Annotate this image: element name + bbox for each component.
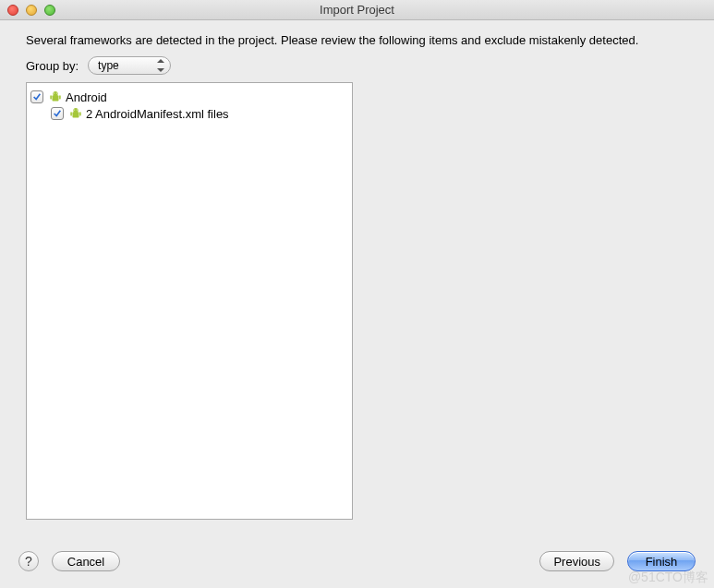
framework-tree[interactable]: Android 2 AndroidManifest.xml files — [26, 82, 353, 520]
group-by-select-wrap: type — [88, 56, 171, 75]
svg-rect-9 — [79, 112, 81, 115]
tree-item-manifest[interactable]: 2 AndroidManifest.xml files — [30, 105, 348, 122]
svg-point-10 — [74, 110, 75, 111]
traffic-lights — [0, 5, 55, 16]
tree-item-label: Android — [66, 90, 107, 104]
svg-rect-0 — [53, 95, 59, 101]
tree-item-android[interactable]: Android — [30, 89, 348, 105]
window-title: Import Project — [0, 3, 714, 17]
svg-rect-6 — [73, 112, 79, 117]
tree-item-label: 2 AndroidManifest.xml files — [86, 107, 229, 121]
group-by-select[interactable]: type — [88, 56, 171, 75]
finish-button[interactable]: Finish — [627, 551, 696, 571]
check-icon — [32, 92, 42, 102]
checkbox[interactable] — [30, 90, 43, 103]
group-by-label: Group by: — [26, 59, 79, 73]
instruction-text: Several frameworks are detected in the p… — [26, 33, 688, 47]
group-by-row: Group by: type — [26, 56, 688, 75]
svg-point-5 — [56, 93, 57, 94]
checkbox[interactable] — [51, 107, 64, 120]
minimize-window-icon[interactable] — [26, 5, 37, 16]
android-icon — [69, 107, 82, 120]
dialog-content: Several frameworks are detected in the p… — [0, 20, 714, 520]
svg-rect-8 — [70, 112, 72, 115]
android-icon — [49, 90, 62, 103]
previous-button[interactable]: Previous — [539, 551, 614, 571]
zoom-window-icon[interactable] — [44, 5, 55, 16]
svg-point-7 — [73, 108, 78, 113]
svg-rect-2 — [50, 95, 52, 99]
cancel-button[interactable]: Cancel — [52, 551, 120, 571]
svg-point-11 — [77, 110, 78, 111]
button-bar: ? Cancel Previous Finish — [18, 551, 696, 571]
watermark: @51CTO博客 — [628, 570, 708, 586]
check-icon — [53, 109, 62, 118]
close-window-icon[interactable] — [7, 5, 18, 16]
svg-rect-3 — [59, 95, 61, 99]
svg-point-1 — [53, 91, 57, 96]
svg-point-4 — [54, 93, 54, 94]
help-button[interactable]: ? — [18, 551, 39, 571]
titlebar: Import Project — [0, 0, 714, 20]
